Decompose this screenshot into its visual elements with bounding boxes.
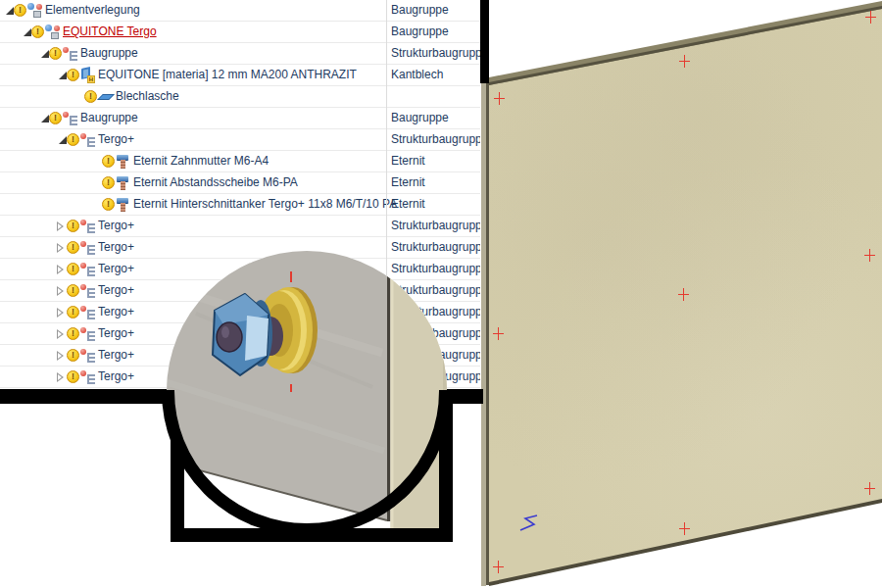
tree-row[interactable]: Eternit Zahnmutter M6-A4Eternit (0, 151, 480, 172)
expand-collapse-triangle-collapsed[interactable] (57, 308, 65, 318)
tree-node-label[interactable]: EQUITONE Tergo (63, 22, 157, 42)
structure-group-icon (63, 111, 78, 126)
fastener-position-marker[interactable] (493, 327, 504, 340)
app-window: ElementverlegungBaugruppeEQUITONE TergoB… (0, 0, 882, 588)
fastener-part-icon (116, 175, 131, 191)
flat-pattern-icon (98, 89, 114, 105)
tree-node-label[interactable]: Eternit Abstandsscheibe M6-PA (133, 172, 298, 193)
expand-collapse-triangle-expanded[interactable] (59, 136, 67, 144)
tree-node-label[interactable]: Tergo+ (98, 129, 134, 150)
structure-group-icon (80, 262, 96, 277)
assembly-icon (45, 24, 61, 40)
warning-icon (14, 4, 26, 17)
warning-icon (67, 306, 79, 318)
structure-group-icon (80, 369, 96, 385)
tree-node-label[interactable]: Blechlasche (116, 86, 179, 107)
3d-viewport[interactable] (480, 0, 882, 588)
warning-icon (67, 284, 79, 297)
warning-icon (102, 155, 115, 168)
tree-row[interactable]: Eternit Abstandsscheibe M6-PAEternit (0, 172, 480, 194)
magnifier-circle (167, 251, 447, 531)
tree-row[interactable]: Tergo+Strukturbaugruppe (0, 129, 480, 151)
tree-row[interactable]: HEQUITONE [materia] 12 mm MA200 ANTHRAZI… (0, 65, 480, 86)
tree-row[interactable]: Tergo+Strukturbaugruppe (0, 216, 480, 237)
expand-collapse-triangle-expanded[interactable] (41, 115, 49, 122)
tree-row[interactable]: ElementverlegungBaugruppe (0, 0, 480, 22)
tree-node-label[interactable]: Tergo+ (98, 323, 134, 344)
tree-node-type: Baugruppe (391, 0, 449, 21)
expand-collapse-triangle-collapsed[interactable] (57, 351, 65, 361)
tree-node-type: Eternit (391, 194, 425, 215)
warning-icon (67, 263, 79, 275)
fastener-position-marker[interactable] (679, 522, 690, 535)
tree-row[interactable]: BaugruppeStrukturbaugruppe (0, 43, 480, 65)
tree-node-type: Strukturbaugruppe (391, 216, 480, 236)
expand-collapse-triangle-expanded[interactable] (6, 7, 14, 15)
expand-collapse-triangle-collapsed[interactable] (57, 286, 65, 296)
fastener-part-icon (116, 154, 131, 170)
tree-node-type: Strukturbaugruppe (391, 259, 480, 279)
expand-collapse-triangle-collapsed[interactable] (57, 221, 65, 231)
fastener-part-icon (116, 197, 131, 213)
warning-icon (67, 327, 79, 340)
tree-node-label[interactable]: Baugruppe (80, 43, 138, 64)
warning-icon (67, 241, 79, 254)
fastener-position-marker[interactable] (679, 55, 690, 68)
tree-node-label[interactable]: Tergo+ (98, 237, 134, 258)
sheet-metal-part-icon: H (80, 68, 96, 83)
fastener-position-marker[interactable] (494, 92, 505, 105)
tree-node-type: Eternit (391, 151, 425, 172)
structure-group-icon (80, 283, 96, 299)
warning-icon (102, 198, 115, 211)
tree-node-type: Baugruppe (391, 22, 449, 42)
warning-icon (84, 90, 97, 103)
warning-icon (102, 176, 115, 189)
tree-node-type: Kantblech (391, 65, 443, 85)
tree-row[interactable]: Eternit Hinterschnittanker Tergo+ 11x8 M… (0, 194, 480, 216)
warning-icon (49, 47, 62, 60)
structure-group-icon (63, 46, 78, 62)
tree-node-label[interactable]: Tergo+ (98, 367, 134, 387)
tree-row[interactable]: Blechlasche (0, 86, 480, 108)
fastener-position-marker[interactable] (864, 482, 875, 495)
tree-node-label[interactable]: Tergo+ (98, 259, 134, 279)
tree-node-type: Strukturbaugruppe (391, 43, 480, 64)
structure-group-icon (80, 132, 96, 148)
structure-group-icon (80, 305, 96, 320)
tree-row[interactable]: Tergo+Strukturbaugruppe (0, 237, 480, 259)
warning-icon (67, 349, 79, 362)
expand-collapse-triangle-collapsed[interactable] (57, 329, 65, 339)
tree-row[interactable]: EQUITONE TergoBaugruppe (0, 22, 480, 43)
tree-node-label[interactable]: Tergo+ (98, 345, 134, 366)
expand-collapse-triangle-collapsed[interactable] (57, 243, 65, 253)
expand-collapse-triangle-collapsed[interactable] (57, 265, 65, 274)
tree-node-label[interactable]: Tergo+ (98, 302, 134, 322)
tree-node-label[interactable]: EQUITONE [materia] 12 mm MA200 ANTHRAZIT (98, 65, 357, 85)
tree-right-border (480, 0, 489, 83)
structure-group-icon (80, 219, 96, 234)
tree-node-type: Eternit (391, 172, 425, 193)
tree-node-label[interactable]: Eternit Hinterschnittanker Tergo+ 11x8 M… (133, 194, 397, 215)
tree-node-type: Baugruppe (391, 108, 449, 128)
sketch-symbol (514, 508, 544, 535)
tree-node-label[interactable]: Baugruppe (80, 108, 138, 128)
warning-icon (67, 220, 79, 232)
tree-node-label[interactable]: Tergo+ (98, 280, 134, 301)
structure-group-icon (80, 348, 96, 364)
expand-collapse-triangle-expanded[interactable] (59, 72, 67, 79)
tree-row[interactable]: BaugruppeBaugruppe (0, 108, 480, 129)
expand-collapse-triangle-expanded[interactable] (24, 28, 31, 36)
tree-node-type: Strukturbaugruppe (391, 237, 480, 258)
tree-node-label[interactable]: Elementverlegung (45, 0, 140, 21)
expand-collapse-triangle-collapsed[interactable] (57, 372, 65, 382)
fastener-position-marker[interactable] (864, 249, 875, 262)
fastener-position-marker[interactable] (865, 11, 876, 24)
fastener-position-marker[interactable] (493, 561, 504, 573)
assembly-icon (27, 3, 43, 19)
warning-icon (67, 133, 79, 146)
warning-icon (31, 25, 44, 38)
tree-node-label[interactable]: Eternit Zahnmutter M6-A4 (133, 151, 269, 172)
fastener-position-marker[interactable] (678, 288, 689, 301)
expand-collapse-triangle-expanded[interactable] (41, 50, 49, 58)
tree-node-label[interactable]: Tergo+ (98, 216, 134, 236)
